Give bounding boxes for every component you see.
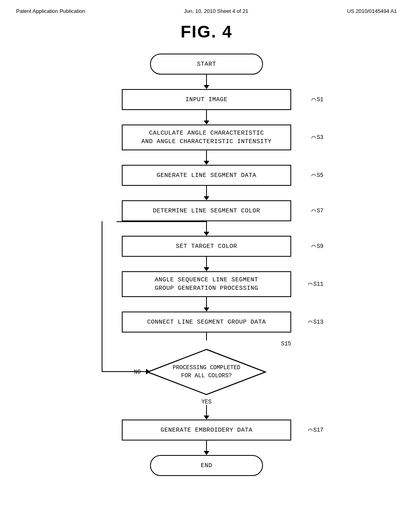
step-s3-number: ⌒ S3 [311, 133, 323, 142]
step-s17-label: GENERATE EMBROIDERY DATA [161, 427, 252, 434]
step-s15-label-text: S15 [281, 341, 291, 347]
step-s11-label: ANGLE SEQUENCE LINE SEGMENTGROUP GENERAT… [155, 276, 259, 293]
step-s5: GENERATE LINE SEGMENT DATA [122, 165, 291, 186]
step-s15-row: NO PROCESSING COMPLETEDFOR ALL COLORS? [146, 348, 267, 396]
header-left: Patent Application Publication [16, 8, 85, 14]
arrow-line [206, 150, 207, 161]
arrow-line [206, 186, 207, 196]
arrow-5 [204, 257, 209, 271]
arrow-8 [204, 405, 209, 420]
step-end-label: END [201, 462, 213, 469]
step-end-row: END [150, 455, 263, 476]
step-s17-row: GENERATE EMBROIDERY DATA ⌒ S17 [122, 420, 291, 441]
step-s11: ANGLE SEQUENCE LINE SEGMENTGROUP GENERAT… [122, 271, 291, 297]
arrow-line [206, 297, 207, 308]
step-s1-number: ⌒ S1 [311, 95, 323, 104]
step-s15-text: PROCESSING COMPLETEDFOR ALL COLORS? [173, 364, 240, 380]
flowchart: START INPUT IMAGE ⌒ S1 CALCULATE A [16, 54, 397, 476]
page-header: Patent Application Publication Jun. 10, … [16, 8, 397, 14]
step-s15: PROCESSING COMPLETEDFOR ALL COLORS? [146, 348, 267, 396]
loop-arrow-right [146, 369, 150, 374]
step-s5-label: GENERATE LINE SEGMENT DATA [156, 172, 256, 179]
arrow-line [206, 257, 207, 267]
step-s5-number: ⌒ S5 [311, 171, 323, 180]
arrow-6 [204, 297, 209, 312]
step-s1-row: INPUT IMAGE ⌒ S1 [122, 89, 291, 110]
step-s13-number: ⌒ S13 [308, 318, 323, 326]
step-s17-number: ⌒ S17 [308, 426, 323, 434]
step-s1: INPUT IMAGE [122, 89, 291, 110]
loop-left-line [102, 221, 102, 372]
arrow-head [204, 121, 209, 125]
arrow-4 [204, 186, 209, 200]
arrow-head [204, 416, 209, 420]
step-s9-label: SET TARGET COLOR [176, 243, 237, 250]
step-s13-label: CONNECT LINE SEGMENT GROUP DATA [147, 319, 266, 326]
arrow-2 [204, 110, 209, 125]
no-label: NO [134, 369, 141, 375]
arrow-7 [206, 332, 207, 341]
arrow-9 [204, 441, 209, 455]
yes-label: YES [201, 399, 211, 405]
step-start-label: START [197, 61, 216, 68]
step-start-row: START [150, 54, 263, 75]
loop-bottom-h-line [102, 371, 148, 372]
arrow-head [204, 267, 209, 271]
arrow-1 [204, 75, 209, 89]
page: Patent Application Publication Jun. 10, … [0, 0, 413, 532]
step-s7: DETERMINE LINE SEGMENT COLOR [122, 200, 291, 221]
step-s9-row: SET TARGET COLOR ⌒ S9 [122, 236, 291, 257]
arrow-line [206, 75, 207, 85]
step-s3: CALCULATE ANGLE CHARACTERISTICAND ANGLE … [122, 125, 291, 150]
arrow-head [204, 161, 209, 165]
step-s7-number: ⌒ S7 [311, 206, 323, 215]
step-s9: SET TARGET COLOR [122, 236, 291, 257]
arrow-head [204, 196, 209, 200]
header-center: Jun. 10, 2010 Sheet 4 of 21 [184, 8, 248, 14]
step-s7-row: DETERMINE LINE SEGMENT COLOR ⌒ S7 [122, 200, 291, 221]
step-s13-row: CONNECT LINE SEGMENT GROUP DATA ⌒ S13 [122, 312, 291, 332]
step-s15-label-pos: S15 [281, 341, 291, 347]
step-s3-row: CALCULATE ANGLE CHARACTERISTICAND ANGLE … [122, 125, 291, 150]
step-s1-label: INPUT IMAGE [186, 96, 228, 103]
step-s9-number: ⌒ S9 [311, 242, 323, 251]
step-s13: CONNECT LINE SEGMENT GROUP DATA [122, 312, 291, 332]
step-s3-label: CALCULATE ANGLE CHARACTERISTICAND ANGLE … [141, 129, 271, 146]
step-start: START [150, 54, 263, 75]
arrow-head [204, 85, 209, 89]
step-s5-row: GENERATE LINE SEGMENT DATA ⌒ S5 [122, 165, 291, 186]
arrow-line [206, 441, 207, 451]
arrow-head [204, 451, 209, 455]
arrow-line [206, 110, 207, 121]
step-end: END [150, 455, 263, 476]
step-s17: GENERATE EMBROIDERY DATA [122, 420, 291, 441]
arrow-line [206, 405, 207, 416]
step-s11-row: ANGLE SEQUENCE LINE SEGMENTGROUP GENERAT… [122, 271, 291, 297]
header-right: US 2010/0145494 A1 [347, 8, 397, 14]
figure-title: FIG. 4 [16, 22, 397, 42]
arrow-head [204, 308, 209, 312]
arrow-3 [204, 150, 209, 165]
step-s7-label: DETERMINE LINE SEGMENT COLOR [153, 208, 260, 214]
step-s11-number: ⌒ S11 [308, 280, 323, 289]
arrow-into-loop [206, 221, 207, 236]
